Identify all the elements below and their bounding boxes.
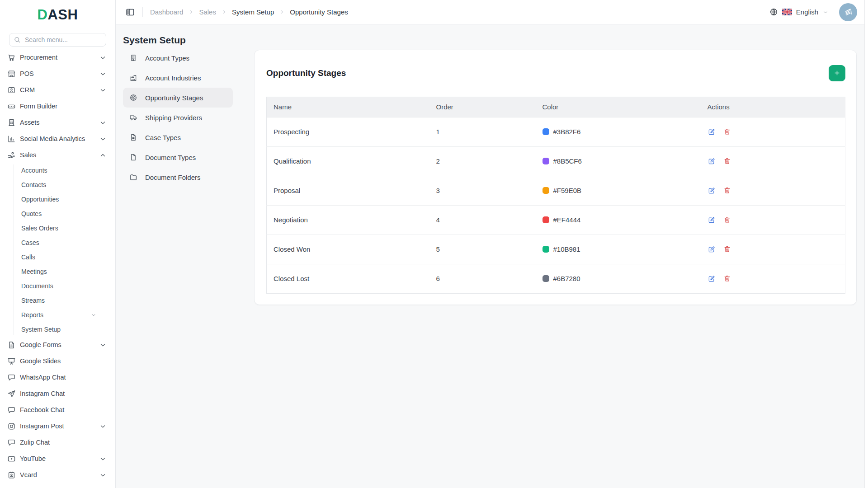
table-row: Closed Lost 6 #6B7280 xyxy=(267,264,845,293)
trash-icon[interactable] xyxy=(723,157,731,165)
sidebar-subitem-reports[interactable]: Reports xyxy=(21,308,108,322)
trash-icon[interactable] xyxy=(723,216,731,224)
color-hex: #10B981 xyxy=(553,245,580,253)
setup-menu-item-opportunity-stages[interactable]: Opportunity Stages xyxy=(123,88,233,108)
setup-menu-item-account-industries[interactable]: Account Industries xyxy=(123,68,233,88)
column-header-name: Name xyxy=(267,97,429,117)
trash-icon[interactable] xyxy=(723,128,731,136)
sidebar-item-pos[interactable]: POS xyxy=(7,66,108,82)
sidebar-item-facebook-chat[interactable]: Facebook Chat xyxy=(7,402,108,418)
sidebar-item-google-slides[interactable]: Google Slides xyxy=(7,353,108,369)
edit-icon[interactable] xyxy=(708,275,716,283)
sidebar-item-whatsapp-chat[interactable]: WhatsApp Chat xyxy=(7,369,108,385)
color-swatch xyxy=(542,158,549,164)
breadcrumb-opportunity-stages[interactable]: Opportunity Stages xyxy=(290,8,348,16)
globe-icon[interactable] xyxy=(769,8,778,16)
sidebar-item-label: Google Forms xyxy=(20,341,94,348)
chevron-down-icon[interactable] xyxy=(822,9,829,15)
add-stage-button[interactable] xyxy=(829,65,845,81)
chevron-down-icon xyxy=(99,341,107,349)
sidebar: DASH Procurement POS CRM Form Builder As… xyxy=(0,0,116,488)
sidebar-subitem-system-setup[interactable]: System Setup xyxy=(21,322,108,337)
folder-icon xyxy=(129,173,137,181)
sidebar-subitem-streams[interactable]: Streams xyxy=(21,293,108,308)
edit-icon[interactable] xyxy=(708,245,716,253)
user-avatar[interactable] xyxy=(839,3,857,21)
youtube-icon xyxy=(7,455,16,463)
chevron-right-icon xyxy=(279,9,285,15)
sidebar-subitem-quotes[interactable]: Quotes xyxy=(21,206,108,221)
sidebar-item-instagram-post[interactable]: Instagram Post xyxy=(7,418,108,434)
sidebar-item-form-builder[interactable]: Form Builder xyxy=(7,98,108,114)
sidebar-item-social-media-analytics[interactable]: Social Media Analytics xyxy=(7,131,108,147)
color-hex: #EF4444 xyxy=(553,216,581,224)
sidebar-subitem-cases[interactable]: Cases xyxy=(21,235,108,250)
office-building-icon xyxy=(129,54,137,62)
sidebar-item-vcard[interactable]: Vcard xyxy=(7,467,108,483)
stage-name: Prospecting xyxy=(267,117,429,146)
sidebar-item-zulip-chat[interactable]: Zulip Chat xyxy=(7,434,108,450)
stage-color: #F59E0B xyxy=(542,187,701,194)
sidebar-subitem-calls[interactable]: Calls xyxy=(21,250,108,264)
sidebar-item-crm[interactable]: CRM xyxy=(7,82,108,98)
stage-name: Closed Won xyxy=(267,235,429,264)
sidebar-item-label: WhatsApp Chat xyxy=(20,374,108,381)
setup-menu-item-shipping-providers[interactable]: Shipping Providers xyxy=(123,108,233,127)
language-selector[interactable]: English xyxy=(796,8,818,16)
sidebar-item-label: Assets xyxy=(20,119,94,126)
stage-color: #8B5CF6 xyxy=(542,157,701,165)
stage-color: #6B7280 xyxy=(542,275,701,282)
card-header: Opportunity Stages xyxy=(266,61,845,85)
stage-order: 2 xyxy=(429,146,536,176)
sidebar-item-sales[interactable]: Sales xyxy=(7,147,108,163)
chevron-down-icon xyxy=(99,86,107,94)
edit-icon[interactable] xyxy=(708,187,716,195)
table-row: Closed Won 5 #10B981 xyxy=(267,235,845,264)
sidebar-toggle-icon[interactable] xyxy=(125,7,135,17)
setup-menu-item-case-types[interactable]: Case Types xyxy=(123,127,233,147)
sidebar-item-label: Google Slides xyxy=(20,357,108,365)
sidebar-subitem-opportunities[interactable]: Opportunities xyxy=(21,192,108,206)
sidebar-subitem-sales-orders[interactable]: Sales Orders xyxy=(21,221,108,235)
trash-icon[interactable] xyxy=(723,187,731,194)
trash-icon[interactable] xyxy=(723,275,731,282)
edit-icon[interactable] xyxy=(708,157,716,165)
sidebar-subitem-documents[interactable]: Documents xyxy=(21,279,108,293)
window-scrollbar-track[interactable] xyxy=(864,0,868,488)
sidebar-subitem-accounts[interactable]: Accounts xyxy=(21,163,108,178)
setup-menu-item-account-types[interactable]: Account Types xyxy=(123,48,233,68)
chevron-down-icon xyxy=(90,312,97,318)
breadcrumb-sales[interactable]: Sales xyxy=(199,8,216,16)
chevron-down-icon xyxy=(99,422,107,431)
table-header-row: Name Order Color Actions xyxy=(267,97,845,117)
sidebar-item-youtube[interactable]: YouTube xyxy=(7,450,108,467)
sidebar-item-instagram-chat[interactable]: Instagram Chat xyxy=(7,385,108,402)
sidebar-subitem-contacts[interactable]: Contacts xyxy=(21,178,108,192)
table-row: Qualification 2 #8B5CF6 xyxy=(267,146,845,176)
search-input[interactable] xyxy=(24,36,102,44)
breadcrumb-system-setup[interactable]: System Setup xyxy=(232,8,274,16)
breadcrumb-dashboard[interactable]: Dashboard xyxy=(150,8,183,16)
sidebar-item-label: Facebook Chat xyxy=(20,406,108,413)
trash-icon[interactable] xyxy=(723,245,731,253)
input-field-icon xyxy=(7,102,16,111)
cart-icon xyxy=(7,53,16,62)
edit-icon[interactable] xyxy=(708,216,716,224)
edit-icon[interactable] xyxy=(708,128,716,136)
sidebar-item-label: Social Media Analytics xyxy=(20,135,94,142)
sidebar-subitem-meetings[interactable]: Meetings xyxy=(21,264,108,279)
app-logo: DASH xyxy=(0,6,115,24)
sidebar-item-procurement[interactable]: Procurement xyxy=(7,49,108,66)
sidebar-item-google-forms[interactable]: Google Forms xyxy=(7,337,108,353)
setup-menu-item-document-types[interactable]: Document Types xyxy=(123,147,233,167)
file-text-icon xyxy=(129,133,137,141)
sidebar-item-label: Form Builder xyxy=(20,103,108,110)
topbar: Dashboard Sales System Setup Opportunity… xyxy=(116,0,868,24)
sidebar-search xyxy=(9,33,106,47)
contact-card-icon xyxy=(7,86,16,94)
sidebar-item-label: Instagram Post xyxy=(20,422,94,430)
setup-menu-item-document-folders[interactable]: Document Folders xyxy=(123,167,233,187)
sidebar-item-assets[interactable]: Assets xyxy=(7,114,108,131)
stage-order: 4 xyxy=(429,205,536,235)
sidebar-item-label: Vcard xyxy=(20,471,94,479)
